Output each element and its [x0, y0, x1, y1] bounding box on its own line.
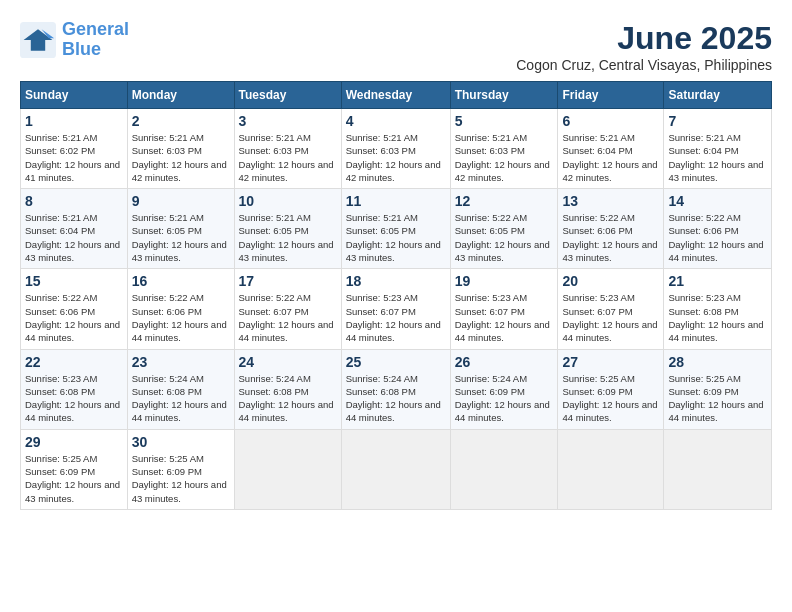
calendar-cell: 19 Sunrise: 5:23 AM Sunset: 6:07 PM Dayl…: [450, 269, 558, 349]
calendar-week-5: 29 Sunrise: 5:25 AM Sunset: 6:09 PM Dayl…: [21, 429, 772, 509]
day-number: 6: [562, 113, 659, 129]
calendar-cell: 20 Sunrise: 5:23 AM Sunset: 6:07 PM Dayl…: [558, 269, 664, 349]
calendar-cell: 7 Sunrise: 5:21 AM Sunset: 6:04 PM Dayli…: [664, 109, 772, 189]
calendar-cell: 2 Sunrise: 5:21 AM Sunset: 6:03 PM Dayli…: [127, 109, 234, 189]
weekday-header-wednesday: Wednesday: [341, 82, 450, 109]
day-info: Sunrise: 5:21 AM Sunset: 6:03 PM Dayligh…: [346, 131, 446, 184]
day-info: Sunrise: 5:22 AM Sunset: 6:06 PM Dayligh…: [668, 211, 767, 264]
day-info: Sunrise: 5:22 AM Sunset: 6:06 PM Dayligh…: [562, 211, 659, 264]
calendar-week-4: 22 Sunrise: 5:23 AM Sunset: 6:08 PM Dayl…: [21, 349, 772, 429]
day-info: Sunrise: 5:21 AM Sunset: 6:04 PM Dayligh…: [562, 131, 659, 184]
weekday-header-saturday: Saturday: [664, 82, 772, 109]
day-number: 9: [132, 193, 230, 209]
calendar-cell: 5 Sunrise: 5:21 AM Sunset: 6:03 PM Dayli…: [450, 109, 558, 189]
weekday-header-row: SundayMondayTuesdayWednesdayThursdayFrid…: [21, 82, 772, 109]
logo: General Blue: [20, 20, 129, 60]
day-info: Sunrise: 5:25 AM Sunset: 6:09 PM Dayligh…: [132, 452, 230, 505]
calendar-cell: 10 Sunrise: 5:21 AM Sunset: 6:05 PM Dayl…: [234, 189, 341, 269]
calendar-cell: 1 Sunrise: 5:21 AM Sunset: 6:02 PM Dayli…: [21, 109, 128, 189]
logo-icon: [20, 22, 56, 58]
location-title: Cogon Cruz, Central Visayas, Philippines: [516, 57, 772, 73]
day-info: Sunrise: 5:21 AM Sunset: 6:04 PM Dayligh…: [668, 131, 767, 184]
day-number: 30: [132, 434, 230, 450]
day-number: 20: [562, 273, 659, 289]
calendar-cell: 9 Sunrise: 5:21 AM Sunset: 6:05 PM Dayli…: [127, 189, 234, 269]
day-info: Sunrise: 5:24 AM Sunset: 6:08 PM Dayligh…: [239, 372, 337, 425]
day-info: Sunrise: 5:21 AM Sunset: 6:05 PM Dayligh…: [346, 211, 446, 264]
day-number: 13: [562, 193, 659, 209]
day-number: 29: [25, 434, 123, 450]
day-info: Sunrise: 5:25 AM Sunset: 6:09 PM Dayligh…: [668, 372, 767, 425]
day-number: 8: [25, 193, 123, 209]
day-info: Sunrise: 5:21 AM Sunset: 6:05 PM Dayligh…: [132, 211, 230, 264]
day-info: Sunrise: 5:23 AM Sunset: 6:08 PM Dayligh…: [25, 372, 123, 425]
month-title: June 2025: [516, 20, 772, 57]
day-number: 4: [346, 113, 446, 129]
calendar-cell: 13 Sunrise: 5:22 AM Sunset: 6:06 PM Dayl…: [558, 189, 664, 269]
calendar-cell: 29 Sunrise: 5:25 AM Sunset: 6:09 PM Dayl…: [21, 429, 128, 509]
day-number: 1: [25, 113, 123, 129]
calendar-cell: 4 Sunrise: 5:21 AM Sunset: 6:03 PM Dayli…: [341, 109, 450, 189]
calendar-cell: [558, 429, 664, 509]
calendar-week-1: 1 Sunrise: 5:21 AM Sunset: 6:02 PM Dayli…: [21, 109, 772, 189]
calendar-cell: 14 Sunrise: 5:22 AM Sunset: 6:06 PM Dayl…: [664, 189, 772, 269]
calendar-cell: 3 Sunrise: 5:21 AM Sunset: 6:03 PM Dayli…: [234, 109, 341, 189]
day-number: 16: [132, 273, 230, 289]
day-info: Sunrise: 5:21 AM Sunset: 6:05 PM Dayligh…: [239, 211, 337, 264]
day-number: 11: [346, 193, 446, 209]
day-info: Sunrise: 5:23 AM Sunset: 6:07 PM Dayligh…: [562, 291, 659, 344]
calendar-week-3: 15 Sunrise: 5:22 AM Sunset: 6:06 PM Dayl…: [21, 269, 772, 349]
day-info: Sunrise: 5:24 AM Sunset: 6:09 PM Dayligh…: [455, 372, 554, 425]
calendar-cell: 28 Sunrise: 5:25 AM Sunset: 6:09 PM Dayl…: [664, 349, 772, 429]
day-info: Sunrise: 5:22 AM Sunset: 6:06 PM Dayligh…: [25, 291, 123, 344]
weekday-header-tuesday: Tuesday: [234, 82, 341, 109]
calendar-cell: 18 Sunrise: 5:23 AM Sunset: 6:07 PM Dayl…: [341, 269, 450, 349]
day-number: 23: [132, 354, 230, 370]
calendar-week-2: 8 Sunrise: 5:21 AM Sunset: 6:04 PM Dayli…: [21, 189, 772, 269]
day-info: Sunrise: 5:24 AM Sunset: 6:08 PM Dayligh…: [132, 372, 230, 425]
calendar-cell: [450, 429, 558, 509]
day-info: Sunrise: 5:21 AM Sunset: 6:04 PM Dayligh…: [25, 211, 123, 264]
calendar-cell: [664, 429, 772, 509]
title-area: June 2025 Cogon Cruz, Central Visayas, P…: [516, 20, 772, 73]
calendar-cell: 26 Sunrise: 5:24 AM Sunset: 6:09 PM Dayl…: [450, 349, 558, 429]
day-info: Sunrise: 5:25 AM Sunset: 6:09 PM Dayligh…: [25, 452, 123, 505]
day-number: 26: [455, 354, 554, 370]
calendar-cell: [234, 429, 341, 509]
day-number: 5: [455, 113, 554, 129]
weekday-header-sunday: Sunday: [21, 82, 128, 109]
day-info: Sunrise: 5:22 AM Sunset: 6:06 PM Dayligh…: [132, 291, 230, 344]
weekday-header-friday: Friday: [558, 82, 664, 109]
header: General Blue June 2025 Cogon Cruz, Centr…: [20, 20, 772, 73]
calendar-cell: 27 Sunrise: 5:25 AM Sunset: 6:09 PM Dayl…: [558, 349, 664, 429]
day-info: Sunrise: 5:24 AM Sunset: 6:08 PM Dayligh…: [346, 372, 446, 425]
calendar-cell: 6 Sunrise: 5:21 AM Sunset: 6:04 PM Dayli…: [558, 109, 664, 189]
calendar-cell: [341, 429, 450, 509]
calendar-cell: 15 Sunrise: 5:22 AM Sunset: 6:06 PM Dayl…: [21, 269, 128, 349]
calendar-cell: 16 Sunrise: 5:22 AM Sunset: 6:06 PM Dayl…: [127, 269, 234, 349]
weekday-header-thursday: Thursday: [450, 82, 558, 109]
day-number: 2: [132, 113, 230, 129]
day-info: Sunrise: 5:21 AM Sunset: 6:02 PM Dayligh…: [25, 131, 123, 184]
calendar-cell: 17 Sunrise: 5:22 AM Sunset: 6:07 PM Dayl…: [234, 269, 341, 349]
day-info: Sunrise: 5:22 AM Sunset: 6:05 PM Dayligh…: [455, 211, 554, 264]
day-number: 7: [668, 113, 767, 129]
day-number: 28: [668, 354, 767, 370]
logo-line2: Blue: [62, 39, 101, 59]
calendar-cell: 12 Sunrise: 5:22 AM Sunset: 6:05 PM Dayl…: [450, 189, 558, 269]
day-number: 10: [239, 193, 337, 209]
day-number: 25: [346, 354, 446, 370]
calendar-cell: 25 Sunrise: 5:24 AM Sunset: 6:08 PM Dayl…: [341, 349, 450, 429]
calendar-cell: 11 Sunrise: 5:21 AM Sunset: 6:05 PM Dayl…: [341, 189, 450, 269]
calendar-cell: 8 Sunrise: 5:21 AM Sunset: 6:04 PM Dayli…: [21, 189, 128, 269]
day-number: 14: [668, 193, 767, 209]
day-info: Sunrise: 5:23 AM Sunset: 6:08 PM Dayligh…: [668, 291, 767, 344]
day-number: 22: [25, 354, 123, 370]
day-info: Sunrise: 5:21 AM Sunset: 6:03 PM Dayligh…: [239, 131, 337, 184]
day-info: Sunrise: 5:21 AM Sunset: 6:03 PM Dayligh…: [132, 131, 230, 184]
calendar-cell: 30 Sunrise: 5:25 AM Sunset: 6:09 PM Dayl…: [127, 429, 234, 509]
day-number: 3: [239, 113, 337, 129]
day-info: Sunrise: 5:22 AM Sunset: 6:07 PM Dayligh…: [239, 291, 337, 344]
calendar-cell: 24 Sunrise: 5:24 AM Sunset: 6:08 PM Dayl…: [234, 349, 341, 429]
day-number: 19: [455, 273, 554, 289]
